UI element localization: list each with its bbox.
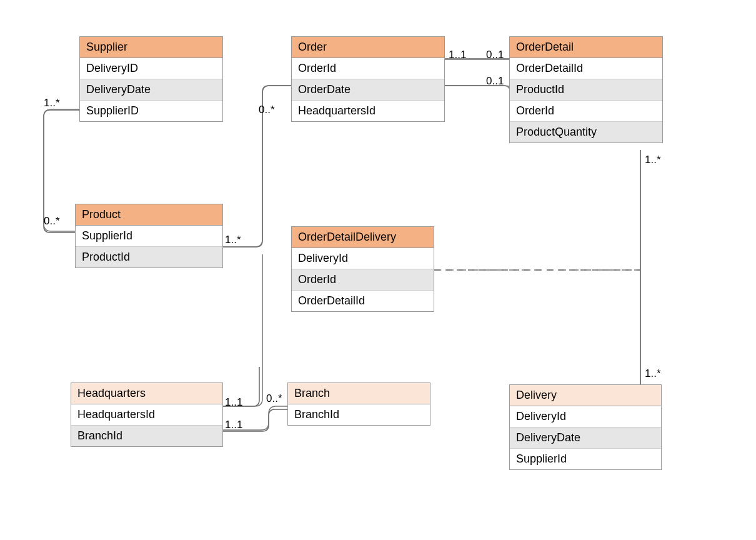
mult-label: 0..1 xyxy=(486,49,504,61)
attr: ProductId xyxy=(510,79,662,101)
attr: SupplierId xyxy=(76,226,222,247)
attr: ProductQuantity xyxy=(510,122,662,142)
attr: OrderDetailId xyxy=(292,291,434,311)
entity-delivery: Delivery DeliveryId DeliveryDate Supplie… xyxy=(509,384,662,470)
attr: OrderId xyxy=(292,269,434,291)
attr: BranchId xyxy=(71,426,222,446)
mult-label: 0..1 xyxy=(486,75,504,88)
mult-label: 0..* xyxy=(44,215,60,228)
entity-orderdetaildelivery: OrderDetailDelivery DeliveryId OrderId O… xyxy=(291,226,434,312)
entity-header: Supplier xyxy=(80,37,222,58)
attr: OrderId xyxy=(292,58,444,79)
mult-label: 1..1 xyxy=(225,419,242,431)
entity-orderdetail: OrderDetail OrderDetailId ProductId Orde… xyxy=(509,36,663,143)
attr: SupplierID xyxy=(80,101,222,121)
entity-order: Order OrderId OrderDate HeadquartersId xyxy=(291,36,445,122)
entity-header: Headquarters xyxy=(71,383,222,404)
entity-header: OrderDetailDelivery xyxy=(292,227,434,248)
mult-label: 1..1 xyxy=(449,49,466,61)
attr: DeliveryId xyxy=(510,406,661,428)
attr: OrderDate xyxy=(292,79,444,101)
attr: DeliveryDate xyxy=(80,79,222,101)
mult-label: 1..* xyxy=(225,234,241,246)
mult-label: 1..* xyxy=(44,97,60,109)
entity-product: Product SupplierId ProductId xyxy=(75,204,223,268)
entity-header: Branch xyxy=(288,383,430,404)
entity-header: OrderDetail xyxy=(510,37,662,58)
entity-headquarters: Headquarters HeadquartersId BranchId xyxy=(71,382,223,447)
attr: DeliveryID xyxy=(80,58,222,79)
mult-label: 0..* xyxy=(266,392,282,405)
attr: HeadquartersId xyxy=(71,404,222,426)
entity-supplier: Supplier DeliveryID DeliveryDate Supplie… xyxy=(79,36,223,122)
mult-label: 1..* xyxy=(645,368,661,380)
attr: SupplierId xyxy=(510,449,661,469)
attr: OrderDetailId xyxy=(510,58,662,79)
attr: BranchId xyxy=(288,404,430,425)
mult-label: 1..* xyxy=(645,154,661,166)
entity-header: Delivery xyxy=(510,385,661,406)
mult-label: 1..1 xyxy=(225,396,242,409)
attr: DeliveryDate xyxy=(510,428,661,449)
attr: OrderId xyxy=(510,101,662,122)
attr: HeadquartersId xyxy=(292,101,444,121)
mult-label: 0..* xyxy=(259,104,275,116)
entity-header: Product xyxy=(76,204,222,226)
attr: DeliveryId xyxy=(292,248,434,269)
entity-branch: Branch BranchId xyxy=(287,382,430,426)
attr: ProductId xyxy=(76,247,222,268)
entity-header: Order xyxy=(292,37,444,58)
